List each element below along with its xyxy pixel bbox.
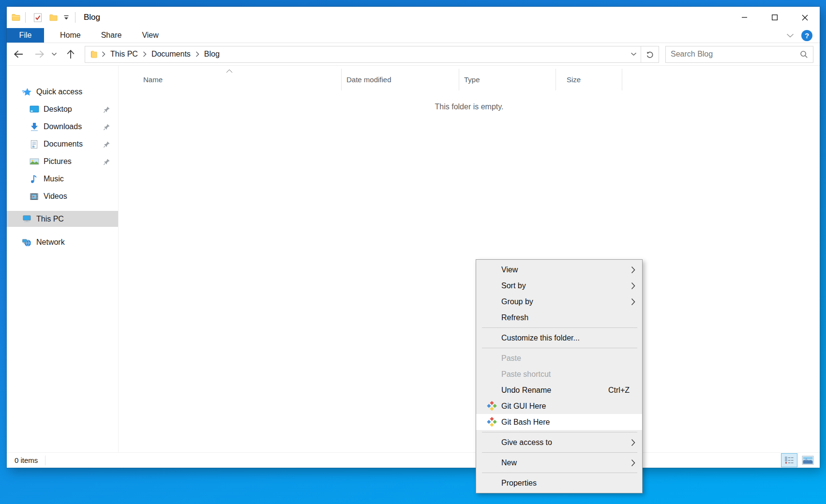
status-bar: 0 items: [7, 452, 820, 468]
sidebar-item-this-pc[interactable]: This PC: [7, 211, 118, 227]
address-history-chevron[interactable]: [626, 46, 641, 62]
sidebar-item-documents[interactable]: Documents: [7, 135, 118, 153]
sidebar-item-pictures[interactable]: Pictures: [7, 153, 118, 170]
close-button[interactable]: [790, 7, 820, 28]
tab-file[interactable]: File: [7, 28, 44, 43]
desktop: { "titlebar": { "title": "Blog" }, "ribb…: [0, 0, 826, 504]
submenu-arrow-icon: [631, 439, 635, 446]
navigation-toolbar: This PC Documents Blog: [7, 43, 820, 66]
breadcrumb-chevron-icon: [193, 51, 202, 57]
sort-ascending-icon: [226, 69, 233, 73]
forward-button[interactable]: [31, 46, 48, 62]
column-header-label: Size: [567, 75, 581, 84]
refresh-icon[interactable]: [641, 46, 659, 62]
up-button[interactable]: [62, 46, 79, 62]
ribbon-right-controls: [786, 28, 820, 43]
recent-locations-chevron[interactable]: [49, 46, 60, 62]
titlebar-separator: [25, 12, 26, 23]
column-header-label: Type: [464, 75, 480, 84]
menu-separator: [482, 348, 637, 348]
breadcrumb-blog[interactable]: Blog: [202, 50, 222, 59]
pin-icon: [103, 158, 110, 165]
status-separator: [45, 456, 45, 465]
sidebar-item-quick-access[interactable]: Quick access: [7, 83, 118, 101]
menu-separator: [482, 327, 637, 328]
search-input[interactable]: [666, 50, 800, 59]
large-icons-view-button[interactable]: [799, 453, 816, 467]
address-bar[interactable]: This PC Documents Blog: [85, 46, 659, 63]
empty-folder-message: This folder is empty.: [119, 103, 820, 111]
videos-icon: [29, 192, 39, 202]
submenu-arrow-icon: [631, 459, 635, 467]
downloads-icon: [29, 122, 39, 132]
pin-icon: [103, 141, 110, 148]
sidebar-item-label: This PC: [36, 215, 64, 223]
sidebar-item-videos[interactable]: Videos: [7, 188, 118, 205]
submenu-arrow-icon: [631, 266, 635, 274]
sidebar-item-label: Pictures: [44, 157, 72, 166]
maximize-button[interactable]: [760, 7, 790, 28]
menu-item-paste: Paste: [476, 350, 642, 366]
menu-shortcut: Ctrl+Z: [608, 386, 630, 395]
breadcrumb-chevron-icon: [99, 51, 108, 57]
sidebar-item-label: Videos: [44, 192, 67, 201]
minimize-button[interactable]: [730, 7, 760, 28]
column-header-date-modified[interactable]: Date modified: [342, 69, 459, 90]
tab-view[interactable]: View: [132, 28, 168, 43]
window-title: Blog: [84, 13, 100, 22]
documents-icon: [29, 139, 39, 149]
search-icon[interactable]: [800, 50, 808, 59]
view-toggles: [781, 453, 816, 467]
items-count: 0 items: [15, 456, 38, 464]
menu-item-view[interactable]: View: [476, 262, 642, 278]
sidebar-item-label: Downloads: [44, 122, 82, 131]
titlebar-separator: [75, 12, 75, 23]
column-header-type[interactable]: Type: [459, 69, 556, 90]
column-header-label: Date modified: [346, 75, 391, 84]
menu-item-git-gui-here[interactable]: Git GUI Here: [476, 398, 642, 414]
menu-item-undo-rename[interactable]: Undo Rename Ctrl+Z: [476, 382, 642, 398]
window-controls: [730, 7, 820, 28]
details-view-button[interactable]: [781, 453, 797, 467]
breadcrumb-this-pc[interactable]: This PC: [108, 50, 140, 59]
menu-item-group-by[interactable]: Group by: [476, 294, 642, 310]
quick-access-star-icon: [22, 87, 32, 97]
help-icon[interactable]: [801, 30, 812, 41]
sidebar-item-label: Desktop: [44, 105, 72, 114]
menu-item-git-bash-here[interactable]: Git Bash Here: [476, 414, 642, 430]
column-header-size[interactable]: Size: [556, 69, 622, 90]
tab-share[interactable]: Share: [91, 28, 132, 43]
explorer-window: Blog File Home Share View: [7, 7, 820, 468]
menu-item-properties[interactable]: Properties: [476, 475, 642, 491]
breadcrumb-documents[interactable]: Documents: [150, 50, 193, 59]
sidebar-item-network[interactable]: Network: [7, 234, 118, 251]
back-button[interactable]: [10, 46, 27, 62]
submenu-arrow-icon: [631, 298, 635, 306]
sidebar-item-music[interactable]: Music: [7, 170, 118, 188]
window-folder-icon: [11, 13, 21, 22]
menu-item-give-access-to[interactable]: Give access to: [476, 434, 642, 450]
sidebar-item-desktop[interactable]: Desktop: [7, 101, 118, 118]
qat-properties-button[interactable]: [31, 11, 44, 24]
menu-item-customize-this-folder[interactable]: Customize this folder...: [476, 330, 642, 346]
column-header-name[interactable]: Name: [119, 69, 342, 90]
navigation-pane: Quick access Desktop Downloads: [7, 66, 119, 452]
qat-customize-dropdown[interactable]: [62, 11, 71, 24]
sidebar-item-downloads[interactable]: Downloads: [7, 118, 118, 135]
minimize-ribbon-chevron-icon[interactable]: [786, 33, 794, 38]
search-box: [665, 46, 813, 63]
menu-separator: [482, 432, 637, 432]
breadcrumb-chevron-icon: [140, 51, 150, 57]
tab-home[interactable]: Home: [50, 28, 91, 43]
column-header-label: Name: [143, 75, 163, 84]
network-icon: [22, 237, 32, 248]
qat-new-folder-button[interactable]: [47, 11, 60, 24]
submenu-arrow-icon: [631, 282, 635, 290]
sidebar-item-label: Quick access: [36, 88, 82, 96]
ribbon-tabs: File Home Share View: [7, 28, 820, 43]
sidebar-item-label: Music: [44, 175, 64, 183]
menu-item-sort-by[interactable]: Sort by: [476, 278, 642, 294]
sidebar-item-label: Documents: [44, 140, 83, 148]
menu-item-refresh[interactable]: Refresh: [476, 310, 642, 326]
menu-item-new[interactable]: New: [476, 455, 642, 471]
